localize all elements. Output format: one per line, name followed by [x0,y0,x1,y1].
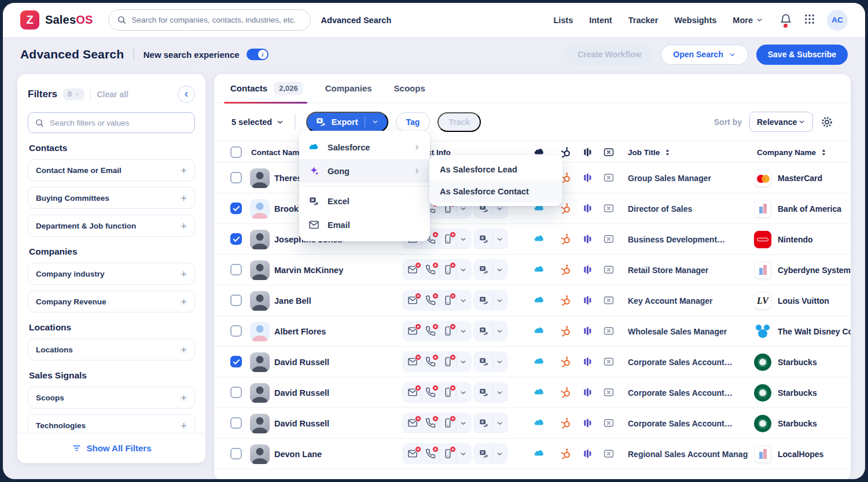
email-sync-icon[interactable] [603,417,615,429]
marketo-icon[interactable] [582,325,594,337]
salesforce-icon[interactable] [534,325,545,337]
chevron-down-icon[interactable] [492,354,506,369]
contact-name[interactable]: Jane Bell [274,285,311,316]
contact-name[interactable]: David Russell [274,408,329,439]
brand[interactable]: Z SalesOS [20,10,93,30]
marketo-icon[interactable] [582,203,594,214]
email-sync-icon[interactable] [603,295,615,306]
mobile-icon[interactable] [439,385,456,400]
email-icon[interactable] [404,323,421,338]
contact-name[interactable]: Devon Lane [274,439,322,469]
filter-item-buying-committees[interactable]: Buying Committees+ [28,187,195,209]
row-checkbox[interactable] [230,203,242,214]
salesforce-icon[interactable] [534,264,545,275]
tab-scoops[interactable]: Scoops [394,74,425,102]
settings-gear-icon[interactable] [821,116,833,128]
nav-item-intent[interactable]: Intent [589,16,612,25]
email-sync-icon[interactable] [603,203,615,214]
menu-item-salesforce[interactable]: Salesforce [299,135,430,159]
global-search[interactable] [108,9,311,31]
filter-search-input[interactable] [50,119,188,127]
chevron-down-icon[interactable] [492,323,506,338]
company-cell[interactable]: Starbucks [754,408,851,439]
email-icon[interactable] [404,415,421,431]
column-company-name[interactable]: Company Name [757,141,827,163]
marketo-icon[interactable] [582,417,594,429]
mobile-icon[interactable] [439,323,456,338]
chevron-down-icon[interactable] [492,415,506,431]
email-sync-icon[interactable] [603,264,615,275]
export-icon[interactable] [475,415,492,431]
marketo-icon[interactable] [582,264,594,275]
email-sync-icon[interactable] [603,325,615,337]
hubspot-icon[interactable] [560,356,572,367]
chevron-down-icon[interactable] [456,385,470,400]
chevron-down-icon[interactable] [492,446,506,461]
company-cell[interactable]: Starbucks [754,347,851,377]
row-checkbox[interactable] [230,295,242,306]
marketo-icon[interactable] [582,172,594,183]
notifications-bell-icon[interactable] [779,13,792,27]
salesforce-icon[interactable] [534,387,545,398]
hubspot-icon[interactable] [560,295,572,306]
marketo-icon[interactable] [582,448,594,459]
chevron-down-icon[interactable] [456,323,470,338]
chevron-down-icon[interactable] [456,262,470,277]
hubspot-icon[interactable] [560,233,572,245]
menu-item-as-salesforce-lead[interactable]: As Salesforce Lead [429,159,562,181]
email-icon[interactable] [404,385,421,400]
mobile-icon[interactable] [439,262,456,277]
company-cell[interactable]: Cyberdyne Systems [754,255,851,285]
show-all-filters-button[interactable]: Show All Filters [17,433,205,463]
phone-icon[interactable] [421,262,439,277]
mobile-icon[interactable] [439,293,456,308]
open-search-button[interactable]: Open Search [661,45,748,65]
row-checkbox[interactable] [230,356,242,367]
hubspot-icon[interactable] [560,448,572,459]
sort-select[interactable]: Relevance [749,112,813,132]
row-checkbox[interactable] [230,233,242,245]
chevron-down-icon[interactable] [456,415,470,431]
chevron-down-icon[interactable] [456,231,470,246]
filter-item-department-job-function[interactable]: Department & Job function+ [28,215,195,237]
sort-icon[interactable] [664,149,671,156]
email-icon[interactable] [404,293,421,308]
phone-icon[interactable] [421,446,439,461]
filter-item-locations[interactable]: Locations+ [28,338,195,360]
nav-item-websights[interactable]: Websights [674,16,716,25]
sort-icon[interactable] [820,149,827,156]
filter-item-contact-name-or-email[interactable]: Contact Name or Email+ [28,159,195,181]
email-sync-icon[interactable] [603,448,615,459]
marketo-icon[interactable] [582,356,594,367]
chevron-down-icon[interactable] [492,293,506,308]
hubspot-icon[interactable] [560,387,572,398]
filter-item-scoops[interactable]: Scoops+ [28,387,195,409]
export-icon[interactable] [475,231,492,246]
tab-contacts[interactable]: Contacts 2,026 [230,74,303,102]
filters-count-dropdown[interactable]: 0 [63,89,84,100]
mobile-icon[interactable] [439,231,456,246]
export-icon[interactable] [475,293,492,308]
hubspot-icon[interactable] [560,264,572,275]
row-checkbox[interactable] [230,417,242,429]
marketo-icon[interactable] [582,233,594,245]
phone-icon[interactable] [421,354,439,369]
menu-item-as-salesforce-contact[interactable]: As Salesforce Contact [429,181,562,203]
export-icon[interactable] [475,323,492,338]
export-icon[interactable] [475,446,492,461]
mobile-icon[interactable] [439,415,456,431]
email-icon[interactable] [404,354,421,369]
salesforce-icon[interactable] [534,295,545,306]
marketo-icon[interactable] [582,295,594,306]
mobile-icon[interactable] [439,446,456,461]
contact-name[interactable]: Albert Flores [274,316,326,347]
export-icon[interactable] [475,354,492,369]
nav-item-lists[interactable]: Lists [553,16,573,25]
nav-item-more[interactable]: More [733,16,763,25]
email-sync-icon[interactable] [603,387,615,398]
company-cell[interactable]: LocalHopes [754,439,851,469]
track-button[interactable]: Track [437,112,481,132]
table-row[interactable]: David Russell Corporate Sales Account… [214,408,851,439]
row-checkbox[interactable] [230,448,242,459]
chevron-down-icon[interactable] [492,262,506,277]
